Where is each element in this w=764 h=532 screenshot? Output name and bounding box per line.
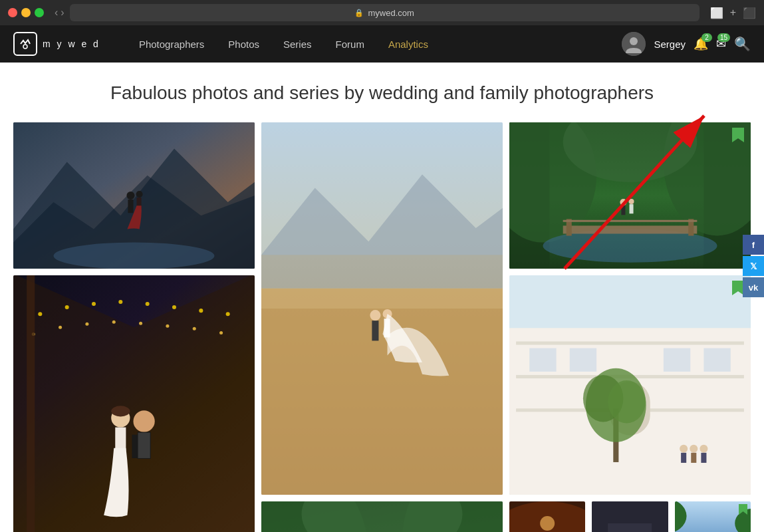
svg-point-31 — [620, 199, 626, 205]
svg-rect-82 — [529, 348, 556, 372]
svg-rect-83 — [570, 348, 596, 372]
svg-point-92 — [690, 445, 698, 453]
svg-point-9 — [136, 191, 143, 198]
twitter-button[interactable]: 𝕏 — [743, 256, 764, 276]
avatar — [622, 32, 646, 56]
svg-point-63 — [302, 501, 463, 532]
logo[interactable]: m y w e d — [13, 32, 100, 56]
svg-point-106 — [540, 516, 555, 531]
browser-actions: ⬜ + ⬛ — [710, 7, 756, 19]
logo-icon — [13, 32, 37, 56]
svg-point-50 — [193, 327, 196, 331]
svg-point-36 — [38, 312, 42, 316]
main-content: Fabulous photos and series by wedding an… — [0, 63, 764, 532]
svg-rect-95 — [691, 453, 696, 463]
svg-point-39 — [118, 300, 122, 304]
svg-point-93 — [700, 445, 707, 453]
minimize-button[interactable] — [21, 8, 31, 17]
svg-rect-8 — [128, 200, 133, 213]
nav-links: Photographers Photos Series Forum Analyt… — [127, 25, 622, 63]
photo-1[interactable] — [13, 122, 255, 269]
photo-6[interactable] — [509, 275, 751, 495]
navbar: m y w e d Photographers Photos Series Fo… — [0, 25, 764, 63]
nav-forum[interactable]: Forum — [324, 25, 376, 63]
photo-5[interactable] — [261, 501, 503, 532]
vk-icon: vk — [749, 283, 758, 293]
svg-point-51 — [219, 331, 223, 334]
photo-4[interactable] — [13, 275, 255, 532]
svg-point-46 — [85, 323, 88, 326]
svg-point-2 — [630, 37, 638, 45]
svg-rect-96 — [701, 453, 706, 463]
vk-button[interactable]: vk — [743, 277, 764, 297]
svg-point-53 — [133, 410, 154, 432]
svg-rect-34 — [629, 204, 633, 213]
url-text: mywed.com — [368, 8, 414, 18]
svg-rect-27 — [563, 225, 698, 233]
svg-rect-15 — [261, 309, 503, 495]
svg-rect-84 — [664, 348, 690, 372]
bookmark-7c — [739, 504, 747, 517]
svg-rect-52 — [27, 275, 35, 532]
svg-point-45 — [59, 326, 62, 329]
browser-chrome: ‹ › 🔒 mywed.com ⬜ + ⬛ — [0, 0, 764, 25]
sidebar-button[interactable]: ⬛ — [743, 7, 756, 19]
username[interactable]: Sergey — [654, 39, 686, 50]
svg-rect-94 — [681, 453, 686, 463]
new-tab-button[interactable]: + — [730, 7, 736, 19]
svg-point-38 — [92, 302, 96, 306]
photo-7c[interactable] — [675, 501, 751, 532]
svg-rect-58 — [115, 428, 126, 451]
facebook-icon: f — [752, 240, 755, 250]
lock-icon: 🔒 — [354, 9, 364, 17]
nav-analytics[interactable]: Analytics — [376, 25, 440, 63]
logo-text: m y w e d — [43, 39, 100, 49]
photo-2[interactable] — [261, 122, 503, 495]
photo-7a[interactable] — [509, 501, 585, 532]
nav-right: Sergey 🔔 2 ✉ 15 🔍 — [622, 32, 751, 56]
svg-point-42 — [199, 309, 203, 313]
nav-photographers[interactable]: Photographers — [127, 25, 216, 63]
svg-point-49 — [166, 325, 169, 328]
message-badge: 15 — [717, 33, 730, 42]
nav-photos[interactable]: Photos — [216, 25, 271, 63]
svg-rect-79 — [516, 341, 744, 344]
svg-point-43 — [226, 312, 230, 316]
svg-point-16 — [370, 310, 380, 321]
forward-button[interactable]: › — [61, 7, 64, 19]
bookmark-3 — [732, 128, 744, 145]
svg-point-59 — [111, 406, 130, 416]
svg-point-48 — [139, 322, 142, 325]
search-button[interactable]: 🔍 — [734, 36, 751, 52]
notification-badge: 2 — [701, 33, 712, 42]
photo-row-small: BE — [509, 501, 751, 532]
notifications-button[interactable]: 🔔 2 — [694, 37, 708, 51]
svg-point-6 — [54, 243, 215, 269]
svg-rect-85 — [703, 348, 730, 372]
svg-point-47 — [112, 321, 116, 324]
messages-button[interactable]: ✉ 15 — [716, 37, 726, 51]
back-button[interactable]: ‹ — [55, 7, 58, 19]
svg-point-7 — [126, 192, 134, 200]
maximize-button[interactable] — [35, 8, 44, 17]
browser-nav: ‹ › — [55, 7, 64, 19]
nav-series[interactable]: Series — [271, 25, 324, 63]
svg-point-90 — [608, 380, 645, 424]
browser-window-controls — [8, 8, 44, 17]
svg-point-37 — [65, 305, 69, 309]
social-sidebar: f 𝕏 vk — [743, 235, 764, 297]
photo-3[interactable] — [509, 122, 751, 269]
svg-point-91 — [680, 445, 688, 453]
photo-grid: BE — [13, 122, 751, 532]
svg-point-0 — [23, 45, 27, 49]
svg-point-40 — [146, 302, 150, 306]
page-title: Fabulous photos and series by wedding an… — [13, 82, 751, 104]
svg-rect-56 — [138, 433, 150, 458]
photo-7b[interactable]: BE — [592, 501, 668, 532]
address-bar[interactable]: 🔒 mywed.com — [70, 4, 700, 21]
close-button[interactable] — [8, 8, 17, 17]
facebook-button[interactable]: f — [743, 235, 764, 255]
share-button[interactable]: ⬜ — [710, 7, 723, 19]
svg-point-41 — [172, 305, 176, 309]
svg-rect-17 — [372, 321, 378, 340]
